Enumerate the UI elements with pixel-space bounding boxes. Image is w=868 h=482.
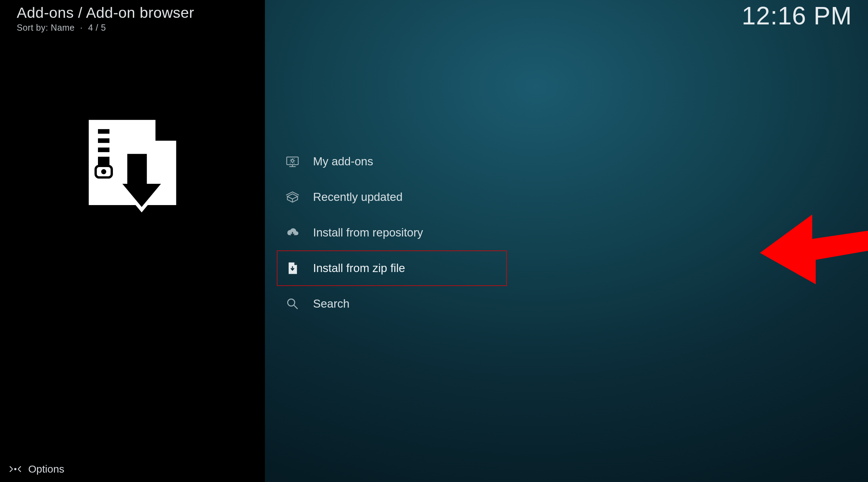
zip-file-icon	[283, 259, 302, 278]
svg-rect-8	[287, 157, 298, 165]
separator-dot: ·	[77, 23, 85, 32]
svg-point-11	[291, 160, 294, 162]
options-footer[interactable]: Options	[9, 462, 64, 476]
options-icon	[9, 462, 22, 476]
svg-point-7	[14, 468, 16, 470]
clock: 12:16 PM	[742, 1, 852, 30]
context-artwork	[0, 113, 265, 228]
open-box-icon	[283, 188, 302, 206]
menu-item-label: Recently updated	[313, 190, 403, 204]
left-sidebar: Add-ons / Add-on browser Sort by: Name ·…	[0, 0, 265, 482]
cloud-download-icon	[283, 223, 302, 242]
menu-item-install-from-zip[interactable]: Install from zip file	[277, 250, 507, 286]
kodi-addon-browser: Add-ons / Add-on browser Sort by: Name ·…	[0, 0, 868, 482]
annotation-arrow	[760, 194, 868, 284]
svg-line-13	[294, 306, 298, 309]
svg-marker-14	[760, 201, 868, 284]
breadcrumb-title: Add-ons / Add-on browser	[17, 4, 248, 21]
sort-line: Sort by: Name · 4 / 5	[17, 23, 248, 33]
zip-download-icon	[75, 113, 190, 228]
menu-item-my-addons[interactable]: My add-ons	[277, 144, 507, 179]
options-label: Options	[28, 463, 64, 475]
sort-label: Sort by: Name	[17, 23, 75, 32]
svg-rect-2	[98, 134, 109, 138]
svg-rect-3	[98, 143, 109, 148]
content-panel: 12:16 PM My add-ons	[265, 0, 868, 482]
position-indicator: 4 / 5	[88, 23, 106, 32]
svg-rect-4	[98, 152, 109, 157]
menu-item-label: Search	[313, 297, 350, 310]
menu-item-label: Install from zip file	[313, 262, 405, 275]
menu-item-search[interactable]: Search	[277, 286, 507, 322]
magnifier-icon	[283, 294, 302, 313]
menu-item-recently-updated[interactable]: Recently updated	[277, 179, 507, 215]
svg-point-6	[101, 169, 106, 174]
menu-item-install-from-repository[interactable]: Install from repository	[277, 215, 507, 250]
menu-item-label: Install from repository	[313, 226, 423, 239]
monitor-addon-icon	[283, 152, 302, 171]
menu-item-label: My add-ons	[313, 155, 373, 168]
sidebar-header: Add-ons / Add-on browser Sort by: Name ·…	[0, 0, 265, 33]
addon-menu: My add-ons Recently updated	[277, 144, 507, 322]
svg-point-12	[288, 299, 295, 306]
svg-rect-1	[98, 125, 109, 129]
